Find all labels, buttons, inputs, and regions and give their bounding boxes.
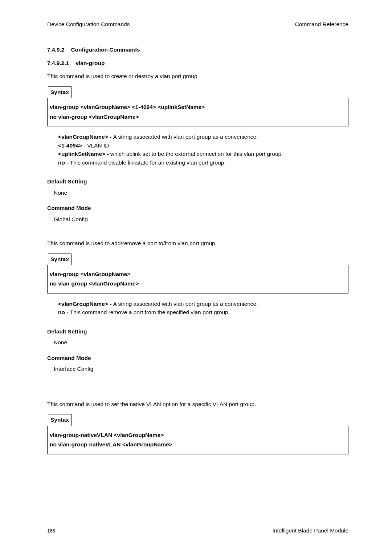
- default-setting-value: None: [54, 189, 348, 197]
- parameter-description: <vlanGroupName> - A string associated wi…: [58, 133, 348, 167]
- param-desc: This command remove a port from the spec…: [70, 309, 230, 315]
- param-name: no -: [58, 159, 70, 166]
- syntax-line: vlan-group <vlanGroupName> <1-4094> <upl…: [50, 103, 346, 111]
- syntax-body: vlan-group <vlanGroupName> no vlan-group…: [47, 265, 348, 293]
- header-underline: [130, 27, 294, 27]
- default-setting-heading: Default Setting: [47, 328, 348, 336]
- page-number: 166: [47, 528, 55, 535]
- syntax-label: Syntax: [48, 86, 72, 98]
- param-name: <vlanGroupName> -: [58, 134, 113, 140]
- command-mode-value: Global Config: [54, 215, 348, 223]
- param-desc: This command disable linkstate for an ex…: [70, 159, 226, 166]
- page-footer: 166 Intelligent Blade Panel Module: [47, 527, 348, 535]
- param-desc: which uplink set to be the external conn…: [110, 151, 283, 157]
- param-name: <1-4094> -: [58, 142, 87, 149]
- syntax-label: Syntax: [48, 254, 72, 265]
- footer-doc-title: Intelligent Blade Panel Module: [273, 527, 348, 535]
- syntax-line: no vlan-group <vlanGroupName>: [50, 280, 346, 288]
- intro-paragraph: This command is used to create or destro…: [47, 72, 348, 80]
- intro-paragraph: This command is used to set the native V…: [47, 400, 348, 408]
- header-left: Device Configuration Commands: [47, 20, 130, 28]
- default-setting-value: None: [54, 339, 348, 347]
- syntax-line: vlan-group-nativeVLAN <vlanGroupName>: [50, 431, 346, 439]
- default-setting-heading: Default Setting: [47, 178, 348, 186]
- header-right: Command Reference: [295, 20, 348, 28]
- parameter-description: <vlanGroupName> - A string associated wi…: [58, 300, 348, 317]
- syntax-line: no vlan-group-nativeVLAN <vlanGroupName>: [50, 441, 346, 449]
- syntax-line: no vlan-group <vlanGroupName>: [50, 113, 346, 121]
- param-desc: A string associated with vlan port group…: [113, 134, 258, 140]
- param-name: <uplinkSetName> -: [58, 151, 110, 157]
- syntax-body: vlan-group <vlanGroupName> <1-4094> <upl…: [47, 98, 348, 126]
- command-mode-heading: Command Mode: [47, 204, 348, 212]
- command-mode-value: Interface Config: [54, 365, 348, 373]
- section-heading-config-commands: 7.4.9.2Configuration Commands: [47, 46, 348, 54]
- syntax-block: Syntax vlan-group <vlanGroupName> <1-409…: [47, 86, 348, 126]
- param-name: no -: [58, 309, 70, 315]
- syntax-label: Syntax: [48, 414, 72, 425]
- section-heading-vlan-group: 7.4.9.2.1vlan-group: [47, 59, 348, 67]
- syntax-block: Syntax vlan-group-nativeVLAN <vlanGroupN…: [47, 414, 348, 454]
- param-desc: A string associated with vlan port group…: [113, 301, 258, 307]
- intro-paragraph: This command is used to add/remove a por…: [47, 239, 348, 247]
- section-number: 7.4.9.2: [47, 46, 64, 54]
- syntax-line: vlan-group <vlanGroupName>: [50, 270, 346, 278]
- syntax-block: Syntax vlan-group <vlanGroupName> no vla…: [47, 254, 348, 293]
- section-number: 7.4.9.2.1: [47, 59, 69, 67]
- page-header: Device Configuration Commands Command Re…: [47, 20, 348, 28]
- syntax-body: vlan-group-nativeVLAN <vlanGroupName> no…: [47, 426, 348, 454]
- param-desc: VLAN ID: [87, 142, 109, 149]
- command-mode-heading: Command Mode: [47, 354, 348, 362]
- param-name: <vlanGroupName> -: [58, 301, 113, 307]
- section-title: vlan-group: [75, 60, 105, 66]
- section-title: Configuration Commands: [71, 46, 140, 53]
